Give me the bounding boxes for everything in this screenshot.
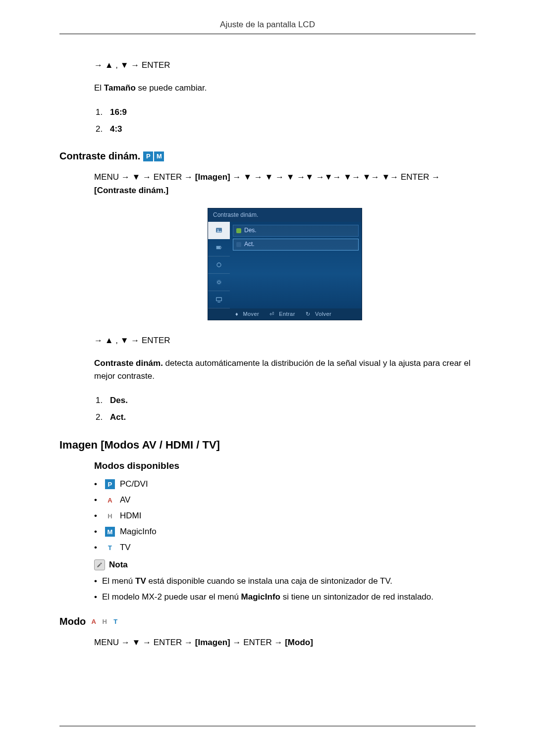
path-token: [Imagen] (195, 172, 230, 182)
list-item: PPC/DVI (94, 479, 476, 489)
mode-label: HDMI (120, 511, 141, 521)
text: se puede cambiar. (136, 83, 207, 93)
footer-enter: ⏎ Entrar (269, 311, 298, 317)
badge-p-icon: P (143, 151, 153, 161)
footer-move: ♦ Mover (235, 311, 262, 317)
badge-m-icon: M (154, 151, 164, 161)
pencil-icon (96, 561, 103, 568)
option: Act. (110, 412, 126, 422)
list-item: El menú TV está disponible cuando se ins… (94, 576, 476, 586)
list-item: AAV (94, 495, 476, 505)
note-label: Nota (109, 560, 128, 570)
svg-point-3 (220, 247, 222, 249)
footer-back: ↻ Volver (306, 311, 334, 317)
osd-tab (208, 291, 230, 308)
path-token: [Contraste dinám.] (94, 186, 168, 195)
list-item: 4:3 (105, 123, 476, 136)
section-heading-mode: Modo AHT (59, 616, 476, 627)
section-heading-dynamic-contrast: Contraste dinám. PM (59, 151, 476, 162)
text: → ENTER → (230, 638, 285, 647)
option: Des. (110, 396, 128, 405)
size-intro: El Tamaño se puede cambiar. (94, 82, 476, 95)
svg-point-4 (217, 263, 221, 267)
list-item: 16:9 (105, 106, 476, 119)
note-icon (94, 559, 105, 570)
osd-footer: ♦ Mover ⏎ Entrar ↻ Volver (208, 308, 362, 320)
svg-point-5 (217, 281, 220, 283)
bullet-icon (236, 228, 241, 233)
note-text: El modelo MX-2 puede usar el menú MagicI… (102, 592, 433, 602)
osd-title: Contraste dinám. (208, 208, 362, 222)
text: El (94, 83, 104, 93)
sound-icon (215, 244, 223, 252)
osd-tab (208, 256, 230, 274)
subheading-modes: Modos disponibles (94, 460, 476, 471)
svg-point-1 (217, 229, 219, 231)
gear-icon (215, 278, 223, 286)
label: Entrar (279, 311, 295, 317)
mode-label: AV (120, 495, 130, 505)
osd-screenshot: Contraste dinám. (208, 208, 362, 320)
svg-rect-7 (216, 298, 222, 301)
label: Mover (243, 311, 259, 317)
osd-sidebar (208, 222, 230, 308)
heading-text: Contraste dinám. (59, 151, 140, 162)
badge-a-icon: A (105, 495, 115, 505)
input-icon (215, 296, 223, 303)
note-text: El menú TV está disponible cuando se ins… (102, 576, 392, 586)
list-item: Act. (105, 411, 476, 424)
menu-path: MENU → ▼ → ENTER → [Imagen] → ▼ → ▼ → ▼ … (94, 171, 476, 197)
mode-badges: AHT (89, 617, 120, 627)
text: → ▼ → ▼ → ▼ →▼ →▼→ ▼→ ▼→ ▼→ ENTER → (230, 172, 440, 182)
badge-h-icon: H (100, 617, 109, 627)
contrast-description: Contraste dinám. detecta automáticamente… (94, 357, 476, 383)
list-item: MMagicInfo (94, 527, 476, 537)
badge-m-icon: M (105, 527, 115, 537)
text: MENU → ▼ → ENTER → (94, 172, 195, 182)
section-heading-image: Imagen [Modos AV / HDMI / TV] (59, 439, 476, 452)
badge-t-icon: T (110, 617, 120, 627)
badge-a-icon: A (89, 617, 99, 627)
path-token: [Imagen] (195, 638, 230, 647)
mode-badges: PM (143, 151, 164, 161)
note-heading: Nota (94, 559, 476, 570)
modes-list: PPC/DVI AAV HHDMI MMagicInfo TTV (94, 479, 476, 553)
circle-icon (215, 261, 223, 269)
bold-term: Tamaño (104, 83, 136, 93)
list-item: El modelo MX-2 puede usar el menú MagicI… (94, 592, 476, 602)
size-list: 16:9 4:3 (94, 106, 476, 136)
osd-option-on: Act. (233, 239, 359, 251)
notes-list: El menú TV está disponible cuando se ins… (94, 576, 476, 602)
osd-option-off: Des. (233, 225, 359, 237)
nav-sequence: → ▲ , ▼ → ENTER (94, 59, 476, 72)
page-header: Ajuste de la pantalla LCD (59, 20, 476, 34)
picture-icon (215, 226, 223, 234)
osd-tab-sound (208, 239, 230, 256)
osd-tab-picture (208, 222, 230, 239)
badge-p-icon: P (105, 479, 115, 489)
mode-label: TV (120, 543, 131, 553)
label: Volver (315, 311, 331, 317)
option: 4:3 (110, 124, 122, 134)
mode-label: MagicInfo (120, 527, 157, 537)
text: MENU → ▼ → ENTER → (94, 638, 195, 647)
option-label: Act. (244, 240, 255, 249)
bold-term: Contraste dinám. (94, 358, 163, 368)
nav-sequence: → ▲ , ▼ → ENTER (94, 334, 476, 347)
osd-body: Des. Act. (208, 222, 362, 308)
list-item: HHDMI (94, 511, 476, 521)
list-item: TTV (94, 543, 476, 553)
option-label: Des. (244, 226, 257, 235)
footer-rule (59, 726, 476, 726)
bullet-icon (236, 242, 241, 247)
heading-text: Modo (59, 616, 86, 627)
mode-label: PC/DVI (120, 479, 148, 489)
badge-h-icon: H (105, 511, 115, 521)
path-token: [Modo] (285, 638, 313, 647)
osd-tab (208, 274, 230, 291)
menu-path: MENU → ▼ → ENTER → [Imagen] → ENTER → [M… (94, 636, 476, 649)
option: 16:9 (110, 107, 127, 117)
osd-main: Des. Act. (230, 222, 362, 308)
contrast-options: Des. Act. (94, 394, 476, 424)
badge-t-icon: T (105, 543, 115, 553)
